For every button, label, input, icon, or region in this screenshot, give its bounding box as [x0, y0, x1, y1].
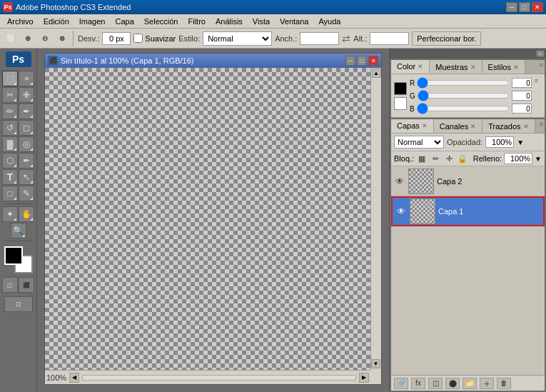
tab-muestras[interactable]: Muestras ✕	[430, 60, 482, 74]
lasso-tool[interactable]: ⌖	[19, 71, 34, 86]
scroll-right-btn[interactable]: ▶	[359, 373, 369, 383]
fill-input[interactable]	[504, 153, 532, 164]
tab-trazados-close[interactable]: ✕	[523, 123, 529, 130]
opacity-dropdown-icon[interactable]: ▼	[517, 139, 524, 146]
notes-tool[interactable]: ✎	[19, 186, 34, 201]
menu-imagen[interactable]: Imagen	[75, 16, 110, 27]
menu-vista[interactable]: Vista	[248, 16, 274, 27]
crop-tool[interactable]: ✂	[2, 87, 18, 103]
menu-archivo[interactable]: Archivo	[3, 16, 38, 27]
add-style-btn[interactable]: fx	[411, 378, 425, 389]
layer-row-capa1[interactable]: 👁 Capa 1	[391, 196, 545, 226]
suavizar-checkbox[interactable]: Suavizar	[133, 34, 176, 43]
lock-transparent-btn[interactable]: ▦	[416, 153, 428, 164]
tool-option-btn-2[interactable]: ⊕	[20, 31, 36, 46]
perfeccionar-button[interactable]: Perfeccionar bor.	[412, 31, 481, 46]
menu-ventana[interactable]: Ventana	[275, 16, 313, 27]
brush-tool[interactable]: ✏	[2, 104, 18, 119]
tab-estilos-close[interactable]: ✕	[513, 64, 519, 71]
lock-image-btn[interactable]: ✏	[430, 153, 441, 164]
panel-collapse-btn[interactable]: »	[536, 50, 545, 57]
tool-option-btn-3[interactable]: ⊖	[37, 31, 53, 46]
tab-color[interactable]: Color ✕	[391, 60, 430, 74]
tab-capas[interactable]: Capas ✕	[391, 119, 434, 133]
menu-edicion[interactable]: Edición	[39, 16, 74, 27]
clone-tool[interactable]: ✒	[19, 104, 34, 119]
menu-ayuda[interactable]: Ayuda	[314, 16, 345, 27]
menu-analisis[interactable]: Análisis	[211, 16, 247, 27]
eyedropper-tool[interactable]: ✦	[2, 206, 18, 222]
panel-expand-btn[interactable]: ≡	[535, 77, 542, 84]
eraser-tool[interactable]: ◻	[19, 120, 34, 136]
tool-option-btn-4[interactable]: ⊗	[54, 31, 70, 46]
tool-option-btn-1[interactable]: ⬜	[3, 31, 19, 46]
quick-mask-btn[interactable]: ◫	[2, 277, 18, 293]
blue-slider[interactable]	[417, 106, 510, 111]
scroll-track[interactable]	[82, 375, 356, 381]
green-slider[interactable]	[418, 93, 510, 99]
add-layer-btn[interactable]: +	[480, 378, 494, 389]
tab-color-close[interactable]: ✕	[418, 63, 423, 70]
add-mask-btn[interactable]: ◫	[428, 378, 443, 389]
doc-close-btn[interactable]: ✕	[368, 56, 378, 66]
scroll-up-btn[interactable]: ▲	[372, 69, 381, 78]
menu-seleccion[interactable]: Selección	[140, 16, 183, 27]
bg-color-preview[interactable]	[394, 97, 407, 110]
estilo-select[interactable]: Normal Proporción fija Tamaño fijo	[203, 31, 272, 46]
layers-menu-btn[interactable]: ≡	[538, 119, 545, 133]
maximize-button[interactable]: □	[519, 2, 530, 12]
tab-canales-close[interactable]: ✕	[470, 123, 476, 130]
tab-trazados[interactable]: Trazados ✕	[482, 119, 535, 133]
canvas-scrollbar-right[interactable]: ▲ ▼	[370, 68, 381, 370]
hand-tool[interactable]: ✋	[19, 206, 34, 222]
menu-filtro[interactable]: Filtro	[183, 16, 209, 27]
doc-maximize-btn[interactable]: □	[357, 56, 367, 66]
fill-dropdown-icon[interactable]: ▼	[535, 155, 542, 163]
history-brush[interactable]: ↺	[2, 120, 18, 136]
doc-minimize-btn[interactable]: ─	[345, 56, 355, 66]
tab-capas-close[interactable]: ✕	[422, 122, 428, 129]
panel-menu-btn[interactable]: ≡	[538, 60, 545, 74]
canvas-checkerboard[interactable]	[45, 68, 370, 370]
swap-icon[interactable]: ⇄	[342, 33, 350, 44]
add-adjustment-btn[interactable]: ⬤	[445, 378, 460, 389]
link-layers-btn[interactable]: 🔗	[394, 378, 408, 389]
lock-all-btn[interactable]: 🔒	[457, 153, 468, 164]
menu-capa[interactable]: Capa	[111, 16, 138, 27]
selection-tool[interactable]: ↖	[19, 169, 34, 185]
minimize-button[interactable]: ─	[506, 2, 517, 12]
fg-color-preview[interactable]	[394, 82, 407, 95]
tab-canales[interactable]: Canales ✕	[434, 119, 482, 133]
anch-input[interactable]	[300, 32, 339, 45]
shape-tool[interactable]: □	[2, 186, 18, 201]
layer-visibility-capa2[interactable]: 👁	[394, 176, 405, 187]
text-tool[interactable]: T	[2, 169, 18, 185]
delete-layer-btn[interactable]: 🗑	[497, 378, 511, 389]
layer-visibility-capa1[interactable]: 👁	[395, 206, 407, 217]
dodge-tool[interactable]: ⬡	[2, 153, 18, 169]
blend-mode-select[interactable]: Normal Multiplicar Pantalla	[394, 136, 444, 149]
zoom-tool[interactable]: 🔍	[11, 223, 26, 238]
red-input[interactable]	[512, 78, 532, 88]
close-button[interactable]: ✕	[532, 2, 543, 12]
suavizar-check[interactable]	[133, 34, 143, 43]
lock-position-btn[interactable]: ✛	[443, 153, 455, 164]
layer-row-capa2[interactable]: 👁 Capa 2	[391, 166, 545, 196]
opacity-input[interactable]	[485, 136, 514, 148]
scroll-left-btn[interactable]: ◀	[69, 373, 79, 383]
pen-tool[interactable]: ✒	[19, 153, 34, 169]
fg-color-swatch[interactable]	[4, 246, 23, 265]
green-input[interactable]	[512, 91, 532, 101]
tab-muestras-close[interactable]: ✕	[470, 64, 476, 71]
blue-input[interactable]	[512, 104, 532, 114]
tab-estilos[interactable]: Estilos ✕	[482, 60, 525, 74]
gradient-tool[interactable]: ▓	[2, 136, 18, 152]
add-group-btn[interactable]: 📁	[462, 378, 477, 389]
desv-input[interactable]	[102, 32, 131, 45]
screen-mode-btn[interactable]: ⊡	[4, 296, 33, 312]
heal-tool[interactable]: ✙	[19, 87, 34, 103]
alt-input[interactable]	[370, 32, 409, 45]
scroll-down-btn[interactable]: ▼	[371, 359, 380, 368]
marquee-tool[interactable]: ⬚	[2, 71, 18, 86]
blur-tool[interactable]: ◎	[19, 136, 34, 152]
